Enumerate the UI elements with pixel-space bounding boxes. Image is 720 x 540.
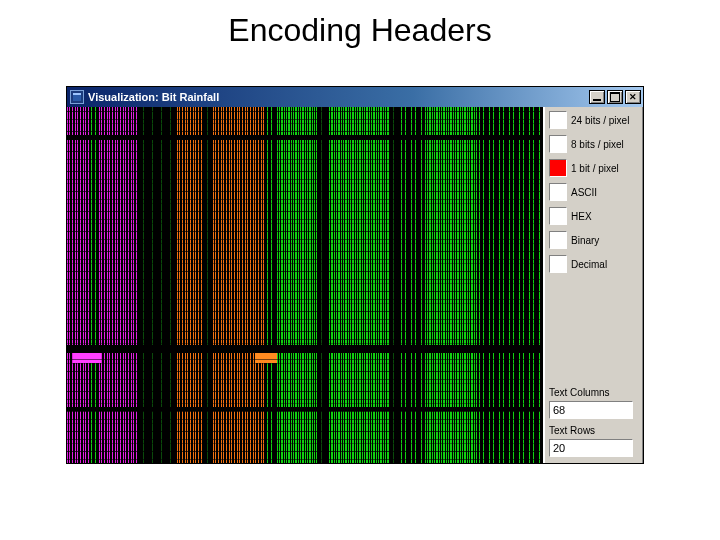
option-label: Binary	[571, 235, 599, 246]
option-ascii[interactable]: ASCII	[549, 183, 639, 201]
option-decimal[interactable]: Decimal	[549, 255, 639, 273]
viz-gap	[67, 345, 543, 353]
viz-gap	[67, 407, 543, 411]
viz-highlight	[255, 353, 277, 363]
option-label: 24 bits / pixel	[571, 115, 629, 126]
text-columns-input[interactable]	[549, 401, 633, 419]
option-1bit[interactable]: 1 bit / pixel	[549, 159, 639, 177]
text-rows-label: Text Rows	[549, 425, 639, 436]
swatch-binary	[549, 231, 567, 249]
swatch-24bit	[549, 111, 567, 129]
text-columns-label: Text Columns	[549, 387, 639, 398]
window-title: Visualization: Bit Rainfall	[88, 91, 219, 103]
option-label: HEX	[571, 211, 592, 222]
option-label: Decimal	[571, 259, 607, 270]
swatch-ascii	[549, 183, 567, 201]
slide-title: Encoding Headers	[0, 0, 720, 55]
viz-gap	[67, 135, 543, 140]
minimize-button[interactable]	[589, 90, 605, 104]
side-panel: 24 bits / pixel 8 bits / pixel 1 bit / p…	[543, 107, 643, 463]
swatch-8bit	[549, 135, 567, 153]
swatch-decimal	[549, 255, 567, 273]
app-icon	[70, 90, 84, 104]
swatch-1bit	[549, 159, 567, 177]
viz-highlight	[73, 353, 101, 363]
option-8bit[interactable]: 8 bits / pixel	[549, 135, 639, 153]
option-label: 1 bit / pixel	[571, 163, 619, 174]
option-24bit[interactable]: 24 bits / pixel	[549, 111, 639, 129]
option-binary[interactable]: Binary	[549, 231, 639, 249]
text-rows-input[interactable]	[549, 439, 633, 457]
close-button[interactable]	[625, 90, 641, 104]
option-label: ASCII	[571, 187, 597, 198]
maximize-button[interactable]	[607, 90, 623, 104]
client-area: 24 bits / pixel 8 bits / pixel 1 bit / p…	[67, 107, 643, 463]
visualization-canvas[interactable]	[67, 107, 543, 463]
app-window: Visualization: Bit Rainfall	[66, 86, 644, 464]
swatch-hex	[549, 207, 567, 225]
option-label: 8 bits / pixel	[571, 139, 624, 150]
titlebar[interactable]: Visualization: Bit Rainfall	[67, 87, 643, 107]
svg-rect-1	[73, 93, 81, 95]
option-hex[interactable]: HEX	[549, 207, 639, 225]
text-columns-group: Text Columns Text Rows	[549, 387, 639, 457]
